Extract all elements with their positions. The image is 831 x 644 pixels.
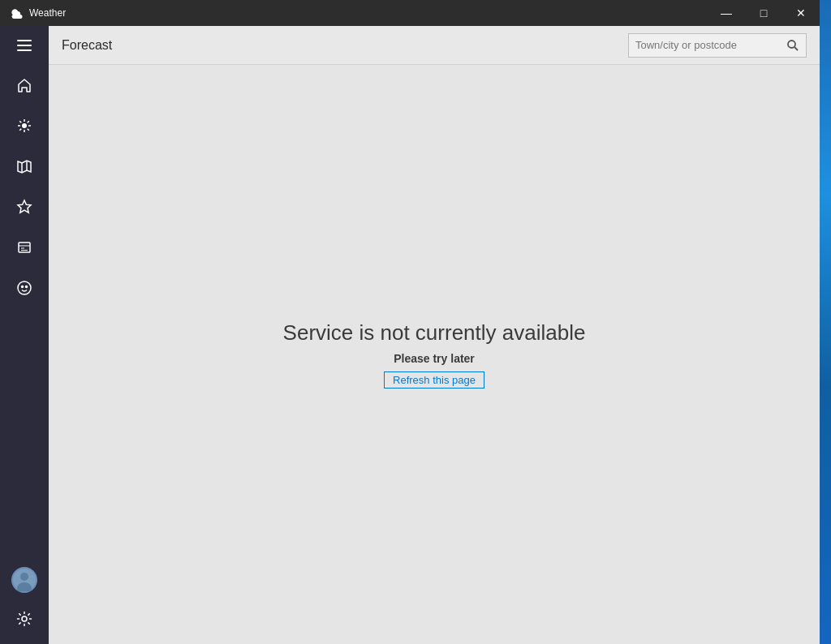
sidebar-bottom [0, 560, 49, 644]
minimize-button[interactable]: — [708, 0, 745, 26]
svg-rect-15 [19, 243, 30, 252]
svg-line-11 [19, 128, 21, 130]
main-content: Service is not currently available Pleas… [49, 65, 820, 644]
sidebar-item-home[interactable] [0, 67, 49, 107]
svg-rect-1 [17, 45, 32, 46]
svg-point-19 [18, 281, 31, 294]
svg-line-9 [28, 128, 29, 130]
content-area: Forecast Service is not currently availa… [0, 26, 820, 644]
title-bar: Weather — □ ✕ [0, 0, 820, 26]
error-title: Service is not currently available [283, 320, 586, 346]
svg-point-20 [22, 286, 24, 287]
svg-line-27 [794, 47, 798, 50]
svg-rect-2 [17, 49, 32, 51]
daily-forecast-icon [16, 118, 32, 138]
refresh-button[interactable]: Refresh this page [384, 371, 484, 389]
svg-rect-0 [17, 40, 32, 41]
settings-icon [16, 611, 32, 631]
search-input[interactable] [629, 34, 780, 57]
page-title: Forecast [62, 38, 628, 53]
avatar [11, 567, 37, 593]
sidebar-item-news[interactable] [0, 229, 49, 269]
main-panel: Forecast Service is not currently availa… [49, 26, 820, 644]
error-subtitle: Please try later [394, 352, 475, 365]
fun-icon [16, 280, 32, 300]
favorites-icon [16, 199, 32, 219]
sidebar-menu-button[interactable] [0, 26, 49, 67]
app-title: Weather [29, 7, 66, 19]
title-bar-left: Weather [0, 6, 66, 19]
svg-line-8 [19, 121, 21, 122]
svg-point-25 [22, 616, 27, 621]
app-window: Weather — □ ✕ [0, 0, 820, 644]
svg-point-26 [788, 41, 795, 48]
sidebar-top [0, 26, 49, 560]
title-bar-controls: — □ ✕ [708, 0, 820, 26]
close-button[interactable]: ✕ [782, 0, 820, 26]
sidebar-item-favorites[interactable] [0, 188, 49, 229]
sidebar [0, 26, 49, 644]
user-avatar-button[interactable] [0, 560, 49, 600]
maximize-button[interactable]: □ [745, 0, 782, 26]
svg-line-10 [28, 121, 29, 122]
app-icon [10, 6, 23, 19]
search-icon [787, 40, 799, 51]
svg-point-23 [20, 573, 28, 581]
app-header: Forecast [49, 26, 820, 65]
svg-point-3 [22, 123, 27, 128]
sidebar-item-fun[interactable] [0, 269, 49, 310]
news-icon [16, 239, 32, 260]
svg-point-21 [26, 286, 28, 287]
error-container: Service is not currently available Pleas… [283, 320, 586, 389]
hamburger-icon [17, 40, 32, 54]
home-icon [16, 77, 32, 97]
search-button[interactable] [780, 33, 806, 58]
sidebar-item-maps[interactable] [0, 148, 49, 188]
sidebar-item-daily-forecast[interactable] [0, 107, 49, 148]
search-box [628, 33, 807, 58]
sidebar-item-settings[interactable] [0, 600, 49, 641]
maps-icon [16, 158, 32, 178]
svg-marker-14 [18, 200, 31, 213]
